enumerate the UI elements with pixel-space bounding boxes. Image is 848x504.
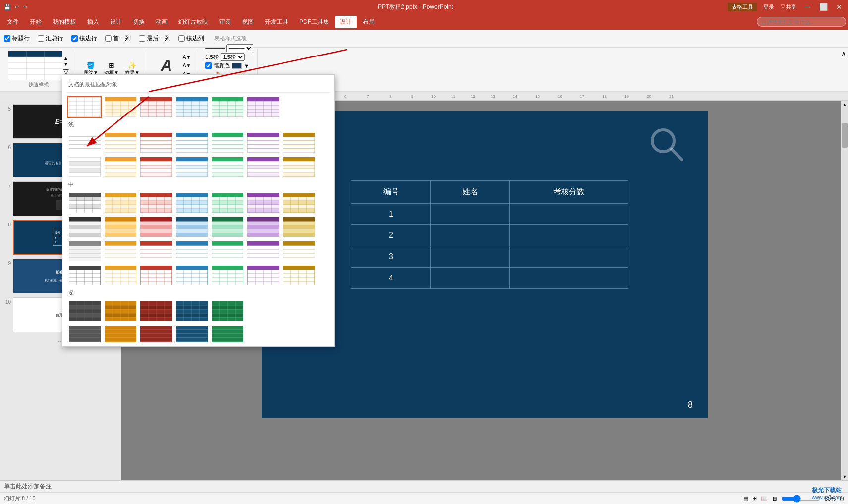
style-med2-1[interactable] — [67, 216, 102, 238]
menu-pdf[interactable]: PDF工具集 — [294, 16, 334, 28]
check-first-col[interactable]: 首一列 — [105, 34, 131, 43]
cell-2-2[interactable] — [431, 225, 510, 246]
style-med3-7[interactable] — [282, 240, 316, 262]
style-light-5[interactable] — [210, 131, 245, 154]
style-deep-3[interactable] — [139, 300, 173, 322]
close-btn[interactable]: ✕ — [834, 2, 844, 12]
check-banded-col[interactable]: 镶边列 — [178, 34, 204, 43]
table-header-score[interactable]: 考核分数 — [510, 181, 628, 204]
style-med4-2[interactable] — [103, 264, 138, 286]
style-med4-1[interactable] — [67, 264, 102, 286]
table-row[interactable]: 4 — [351, 268, 628, 289]
minimize-btn[interactable]: ─ — [802, 2, 812, 12]
style-med3-1[interactable] — [67, 240, 102, 262]
cell-4-1[interactable]: 4 — [351, 268, 431, 289]
style-deep-2[interactable] — [103, 300, 138, 322]
style-light2-5[interactable] — [210, 156, 245, 178]
style-red-light[interactable] — [139, 96, 173, 118]
quick-styles-preview[interactable] — [8, 51, 62, 80]
cell-1-2[interactable] — [431, 204, 510, 225]
style-light-7[interactable] — [282, 131, 316, 154]
style-med2-3[interactable] — [139, 216, 173, 238]
menu-tabledesign[interactable]: 设计 — [335, 16, 357, 28]
style-med-4[interactable] — [174, 191, 209, 214]
pen-color-swatch[interactable] — [232, 63, 242, 69]
menu-slideshow[interactable]: 幻灯片放映 — [173, 16, 213, 28]
menu-layout[interactable]: 布局 — [358, 16, 380, 28]
cell-4-2[interactable] — [431, 268, 510, 289]
style-deep2-1[interactable] — [67, 324, 102, 342]
cell-1-3[interactable] — [510, 204, 628, 225]
cell-3-2[interactable] — [431, 246, 510, 268]
scroll-down-btn[interactable]: ▼ — [841, 473, 848, 480]
style-light2-1[interactable] — [67, 156, 102, 178]
cell-2-3[interactable] — [510, 225, 628, 246]
cell-3-3[interactable] — [510, 246, 628, 268]
style-light2-3[interactable] — [139, 156, 173, 178]
table-row[interactable]: 1 — [351, 204, 628, 225]
style-light-3[interactable] — [139, 131, 173, 154]
style-deep-1[interactable] — [67, 300, 102, 322]
scroll-up-btn[interactable]: ▲ — [841, 101, 848, 108]
style-med2-4[interactable] — [174, 216, 209, 238]
style-light2-7[interactable] — [282, 156, 316, 178]
style-med2-5[interactable] — [210, 216, 245, 238]
style-med4-4[interactable] — [174, 264, 209, 286]
menu-insert[interactable]: 插入 — [82, 16, 104, 28]
style-purple-light[interactable] — [246, 96, 281, 118]
notes-placeholder[interactable]: 单击此处添加备注 — [4, 482, 52, 491]
slide-table[interactable]: 编号 姓名 考核分数 1 2 — [351, 180, 628, 289]
ribbon-collapse-btn[interactable]: ∧ — [841, 50, 846, 57]
pen-style-select[interactable]: ──── — [226, 44, 253, 52]
menu-file[interactable]: 文件 — [2, 16, 24, 28]
style-med2-2[interactable] — [103, 216, 138, 238]
cell-3-1[interactable]: 3 — [351, 246, 431, 268]
quick-redo-icon[interactable]: ↪ — [23, 4, 28, 10]
style-deep-4[interactable] — [174, 300, 209, 322]
menu-mytemplate[interactable]: 我的模板 — [48, 16, 81, 28]
style-med3-6[interactable] — [246, 240, 281, 262]
style-med-3[interactable] — [139, 191, 173, 214]
cell-4-3[interactable] — [510, 268, 628, 289]
style-med-1[interactable] — [67, 191, 102, 214]
style-med4-7[interactable] — [282, 264, 316, 286]
style-light-1[interactable] — [67, 131, 102, 154]
style-med-5[interactable] — [210, 191, 245, 214]
login-btn[interactable]: 登录 — [763, 3, 774, 11]
style-green-light[interactable] — [210, 96, 245, 118]
style-light2-6[interactable] — [246, 156, 281, 178]
style-plain[interactable] — [67, 96, 102, 118]
check-last-col[interactable]: 最后一列 — [139, 34, 170, 43]
style-deep2-5[interactable] — [210, 324, 245, 342]
style-light2-2[interactable] — [103, 156, 138, 178]
style-med2-6[interactable] — [246, 216, 281, 238]
check-title-row[interactable]: 标题行 — [4, 34, 30, 43]
style-med4-3[interactable] — [139, 264, 173, 286]
menu-start[interactable]: 开始 — [25, 16, 47, 28]
menu-view[interactable]: 视图 — [237, 16, 259, 28]
check-summary-row[interactable]: 汇总行 — [38, 34, 63, 43]
pen-width-select[interactable]: 1.5磅 — [221, 53, 245, 61]
cell-2-1[interactable]: 2 — [351, 225, 431, 246]
table-row[interactable]: 3 — [351, 246, 628, 268]
style-med2-7[interactable] — [282, 216, 316, 238]
style-light-6[interactable] — [246, 131, 281, 154]
dropdown-scrollable[interactable]: 浅 — [66, 95, 330, 342]
scroll-thumb[interactable] — [842, 123, 848, 148]
menu-developer[interactable]: 开发工具 — [260, 16, 293, 28]
style-med4-6[interactable] — [246, 264, 281, 286]
view-normal-btn[interactable]: ▤ — [743, 495, 748, 502]
style-deep2-4[interactable] — [174, 324, 209, 342]
view-reading-btn[interactable]: 📖 — [761, 495, 768, 502]
style-med-7[interactable] — [282, 191, 316, 214]
restore-btn[interactable]: ⬜ — [818, 2, 828, 12]
style-deep2-3[interactable] — [139, 324, 173, 342]
pen-color-dropdown-btn[interactable]: ▼ — [244, 63, 249, 69]
pen-color-check[interactable] — [205, 62, 212, 69]
style-deep2-2[interactable] — [103, 324, 138, 342]
style-light2-4[interactable] — [174, 156, 209, 178]
view-slide-btn[interactable]: ⊞ — [752, 495, 757, 502]
style-med4-5[interactable] — [210, 264, 245, 286]
table-header-id[interactable]: 编号 — [351, 181, 431, 204]
notes-area[interactable]: 单击此处添加备注 — [0, 480, 848, 492]
